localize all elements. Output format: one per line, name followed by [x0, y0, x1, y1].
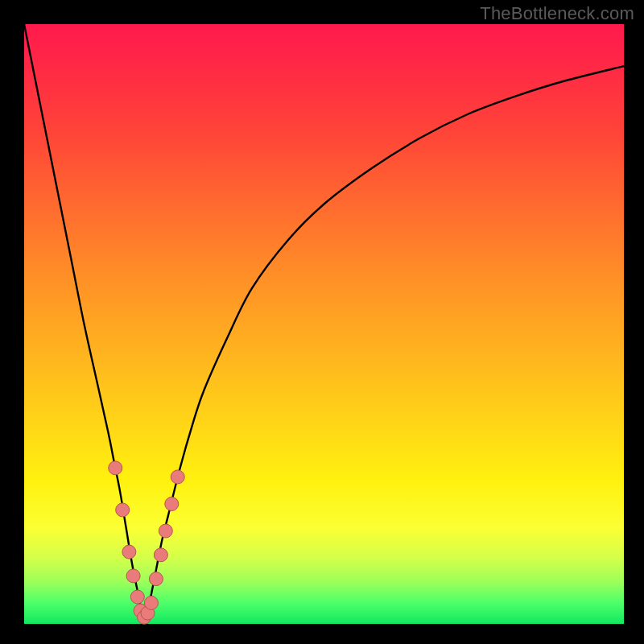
curve-marker — [149, 572, 163, 586]
curve-marker — [144, 596, 158, 609]
curve-marker — [122, 545, 136, 559]
curve-marker — [165, 497, 179, 511]
curve-marker — [159, 524, 172, 538]
curve-marker — [109, 461, 122, 475]
curve-marker — [116, 503, 130, 517]
plot-area — [24, 24, 624, 624]
curve-marker — [126, 569, 140, 583]
curve-layer — [24, 24, 624, 624]
curve-marker — [130, 590, 144, 604]
curve-marker — [171, 470, 184, 484]
attribution-text: TheBottleneck.com — [480, 3, 634, 24]
bottleneck-curve — [24, 24, 624, 618]
chart-frame: TheBottleneck.com — [0, 0, 644, 644]
curve-marker — [154, 548, 167, 562]
